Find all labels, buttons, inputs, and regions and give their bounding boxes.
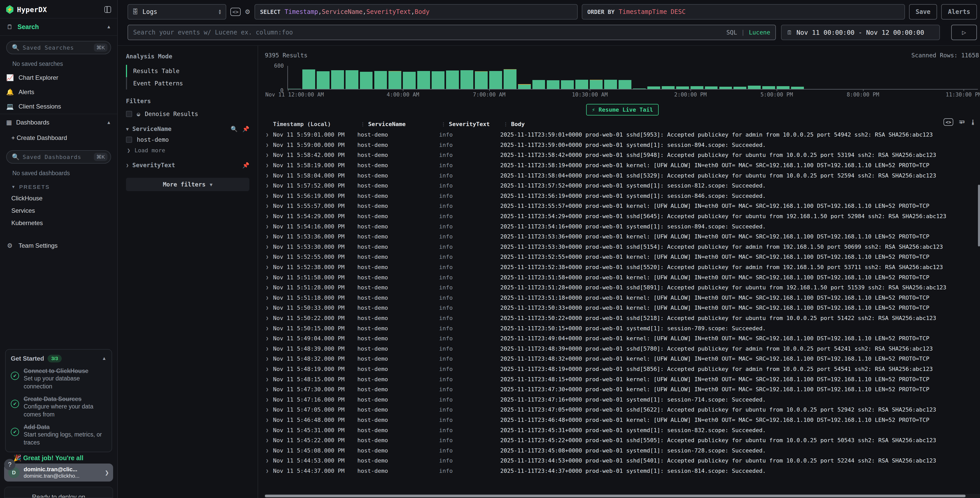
- scrollbar-thumb[interactable]: [978, 185, 980, 246]
- table-row[interactable]: ❯Nov 11 5:51:28.000 PMhost-demoinfo2025-…: [265, 283, 980, 293]
- histogram-bar[interactable]: [719, 87, 732, 89]
- histogram-bar[interactable]: [791, 87, 804, 89]
- histogram-bar[interactable]: [690, 86, 703, 89]
- histogram-bar[interactable]: [360, 72, 373, 89]
- get-started-item[interactable]: ✔Create Data SourcesConfigure where your…: [11, 396, 107, 418]
- run-query-button[interactable]: ▷: [951, 25, 977, 40]
- histogram-bar[interactable]: [518, 85, 531, 89]
- denoise-checkbox[interactable]: [126, 111, 132, 117]
- histogram-bar[interactable]: [374, 71, 387, 89]
- date-range-picker[interactable]: 🗓 Nov 11 00:00:00 - Nov 12 00:00:00: [781, 25, 940, 40]
- pin-icon[interactable]: 📌: [242, 126, 249, 132]
- table-row[interactable]: ❯Nov 11 5:46:48.000 PMhost-demoinfo2025-…: [265, 415, 980, 425]
- table-row[interactable]: ❯Nov 11 5:48:32.000 PMhost-demoinfo2025-…: [265, 354, 980, 364]
- table-row[interactable]: ❯Nov 11 5:56:19.000 PMhost-demoinfo2025-…: [265, 191, 980, 201]
- search-icon[interactable]: 🔍: [231, 126, 237, 132]
- row-expand-icon[interactable]: ❯: [265, 193, 273, 199]
- table-row[interactable]: ❯Nov 11 5:54:16.000 PMhost-demoinfo2025-…: [265, 221, 980, 231]
- histogram-bar[interactable]: [733, 87, 746, 89]
- resume-live-tail-button[interactable]: ⚡ Resume Live Tail: [586, 104, 659, 115]
- row-expand-icon[interactable]: ❯: [265, 305, 273, 310]
- histogram-bar[interactable]: [417, 71, 430, 89]
- histogram-bar[interactable]: [662, 86, 675, 89]
- col-header-timestamp[interactable]: Timestamp (Local): [273, 121, 357, 127]
- save-button[interactable]: Save: [909, 4, 937, 19]
- row-expand-icon[interactable]: ❯: [265, 326, 273, 331]
- row-expand-icon[interactable]: ❯: [265, 366, 273, 372]
- table-row[interactable]: ❯Nov 11 5:50:22.000 PMhost-demoinfo2025-…: [265, 313, 980, 323]
- col-header-servicename[interactable]: ServiceName: [368, 121, 438, 127]
- histogram-bar[interactable]: [762, 86, 775, 89]
- presets-group-header[interactable]: ▼ PRESETS: [0, 180, 117, 192]
- table-row[interactable]: ❯Nov 11 5:50:33.000 PMhost-demoinfo2025-…: [265, 303, 980, 313]
- column-drag-handle[interactable]: ⋮: [441, 121, 446, 127]
- sidebar-item-team-settings[interactable]: ⚙ Team Settings: [0, 238, 117, 253]
- histogram-bar[interactable]: [345, 70, 358, 89]
- get-started-item[interactable]: ✔Connect to ClickHouseSet up your databa…: [11, 367, 107, 391]
- table-row[interactable]: ❯Nov 11 5:50:15.000 PMhost-demoinfo2025-…: [265, 323, 980, 334]
- create-dashboard-button[interactable]: + Create Dashboard: [0, 131, 117, 145]
- row-expand-icon[interactable]: ❯: [265, 142, 273, 148]
- histogram-bar[interactable]: [460, 70, 473, 89]
- filter-value-host-demo[interactable]: host-demo: [126, 136, 249, 143]
- preset-item-kubernetes[interactable]: Kubernetes: [0, 217, 117, 229]
- row-expand-icon[interactable]: ❯: [265, 254, 273, 260]
- table-row[interactable]: ❯Nov 11 5:53:36.000 PMhost-demoinfo2025-…: [265, 231, 980, 242]
- col-header-body[interactable]: Body: [511, 121, 980, 127]
- histogram-bar[interactable]: [547, 80, 560, 89]
- table-row[interactable]: ❯Nov 11 5:58:19.000 PMhost-demoinfo2025-…: [265, 160, 980, 171]
- select-clause-input[interactable]: SELECT Timestamp,ServiceName,SeverityTex…: [255, 4, 578, 19]
- severitytext-filter-group[interactable]: ❯ SeverityText 📌: [126, 162, 249, 169]
- table-row[interactable]: ❯Nov 11 5:47:16.000 PMhost-demoinfo2025-…: [265, 394, 980, 405]
- text-wrap-icon[interactable]: ⮒: [959, 119, 964, 125]
- analysis-mode-event-patterns[interactable]: Event Patterns: [126, 77, 249, 89]
- row-expand-icon[interactable]: ❯: [265, 468, 273, 474]
- more-filters-button[interactable]: More filters ▼: [126, 178, 249, 191]
- row-expand-icon[interactable]: ❯: [265, 437, 273, 443]
- alerts-button[interactable]: Alerts: [941, 4, 977, 19]
- table-row[interactable]: ❯Nov 11 5:45:08.000 PMhost-demoinfo2025-…: [265, 445, 980, 456]
- denoise-checkbox-row[interactable]: ◒ Denoise Results: [126, 111, 249, 117]
- histogram-bar[interactable]: [575, 80, 588, 89]
- row-expand-icon[interactable]: ❯: [265, 265, 273, 270]
- histogram-bar[interactable]: [331, 70, 344, 89]
- row-expand-icon[interactable]: ❯: [265, 458, 273, 463]
- row-expand-icon[interactable]: ❯: [265, 173, 273, 178]
- row-expand-icon[interactable]: ❯: [265, 356, 273, 361]
- table-row[interactable]: ❯Nov 11 5:44:53.000 PMhost-demoinfo2025-…: [265, 456, 980, 466]
- table-row[interactable]: ❯Nov 11 5:47:05.000 PMhost-demoinfo2025-…: [265, 405, 980, 415]
- table-row[interactable]: ❯Nov 11 5:51:58.000 PMhost-demoinfo2025-…: [265, 272, 980, 283]
- chevron-up-icon[interactable]: ▲: [107, 24, 111, 30]
- sidebar-item-client-sessions[interactable]: 💻 Client Sessions: [0, 99, 117, 114]
- vertical-scrollbar[interactable]: [978, 185, 980, 493]
- row-expand-icon[interactable]: ❯: [265, 132, 273, 137]
- histogram-bar[interactable]: [748, 86, 761, 89]
- chevron-up-icon[interactable]: ▲: [107, 120, 111, 125]
- row-expand-icon[interactable]: ❯: [265, 377, 273, 382]
- table-row[interactable]: ❯Nov 11 5:44:37.000 PMhost-demoinfo2025-…: [265, 466, 980, 476]
- lang-toggle-lucene[interactable]: Lucene: [749, 29, 770, 36]
- histogram-bar[interactable]: [317, 71, 329, 89]
- analysis-mode-results-table[interactable]: Results Table: [126, 65, 249, 77]
- row-expand-icon[interactable]: ❯: [265, 295, 273, 300]
- code-view-icon[interactable]: <>: [943, 118, 953, 126]
- table-row[interactable]: ❯Nov 11 5:49:04.000 PMhost-demoinfo2025-…: [265, 334, 980, 344]
- horizontal-scrollbar[interactable]: [265, 494, 980, 498]
- row-expand-icon[interactable]: ❯: [265, 417, 273, 423]
- row-expand-icon[interactable]: ❯: [265, 203, 273, 209]
- row-expand-icon[interactable]: ❯: [265, 448, 273, 453]
- preset-item-clickhouse[interactable]: ClickHouse: [0, 192, 117, 204]
- pin-icon[interactable]: 📌: [242, 162, 249, 169]
- saved-searches-input[interactable]: 🔍 Saved Searches ⌘K: [6, 41, 111, 54]
- table-row[interactable]: ❯Nov 11 5:57:52.000 PMhost-demoinfo2025-…: [265, 180, 980, 191]
- row-expand-icon[interactable]: ❯: [265, 285, 273, 290]
- histogram-bar[interactable]: [446, 70, 459, 89]
- table-row[interactable]: ❯Nov 11 5:58:04.000 PMhost-demoinfo2025-…: [265, 170, 980, 180]
- table-row[interactable]: ❯Nov 11 5:59:01.000 PMhost-demoinfo2025-…: [265, 130, 980, 140]
- row-expand-icon[interactable]: ❯: [265, 397, 273, 402]
- row-expand-icon[interactable]: ❯: [265, 428, 273, 433]
- row-expand-icon[interactable]: ❯: [265, 386, 273, 392]
- user-menu[interactable]: D dominic.tran@clic... dominic.tran@clic…: [4, 463, 113, 482]
- histogram-bar[interactable]: [533, 80, 545, 89]
- histogram-bar[interactable]: [388, 71, 401, 89]
